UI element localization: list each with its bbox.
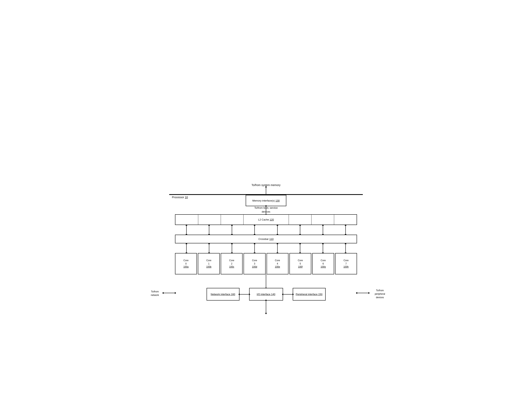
arrow-l2-crossbar-0 xyxy=(186,226,187,234)
processor-label: Processor 10 xyxy=(172,196,188,199)
arrow-crossbar-core-6 xyxy=(323,244,323,253)
arrow-crossbar-core-1 xyxy=(209,244,209,253)
label-peripheral-devices: To/fromperipheraldevices xyxy=(375,289,385,299)
core-box-7: Core7100h xyxy=(335,253,357,274)
arrow-l2-crossbar-4 xyxy=(277,226,278,234)
arrow-l2-crossbar-7 xyxy=(345,226,346,234)
arrow-periph-right xyxy=(357,293,369,293)
arrow-l2-crossbar-6 xyxy=(323,226,323,234)
core-box-6: Core6100g xyxy=(312,253,334,274)
arrow-l2-crossbar-2 xyxy=(232,226,232,234)
arrow-crossbar-core-2 xyxy=(232,244,232,253)
core-box-3: Core3100d xyxy=(244,253,266,274)
diagram-outer-wrapper: To/from system memory Processor 10 Memor… xyxy=(169,183,363,215)
arrow-l2-crossbar-5 xyxy=(300,226,300,234)
arrows-l2-crossbar xyxy=(175,225,357,235)
arrow-crossbar-core-5 xyxy=(300,244,300,253)
arrow-l2-crossbar-1 xyxy=(209,226,209,234)
io-interface-box: I/O interface 140 xyxy=(249,288,283,300)
label-network: To/fromnetwork xyxy=(151,290,159,297)
cores-row: Core0100a Core1100b Core2100c Core3100d … xyxy=(175,253,357,274)
arrow-io-periph xyxy=(283,294,293,294)
core-box-1: Core1100b xyxy=(198,253,220,274)
arrow-top-memory xyxy=(266,187,266,195)
arrow-crossbar-core-7 xyxy=(345,244,346,253)
arrow-network-left xyxy=(163,293,175,293)
core-box-4: Core4100e xyxy=(266,253,288,274)
arrow-io-boot xyxy=(266,300,266,313)
network-interface-box: Network interface 160 xyxy=(207,288,240,300)
core-box-0: Core0100a xyxy=(175,253,197,274)
arrow-crossbar-core-4 xyxy=(277,244,278,253)
peripheral-interface-box: Peripheral interface 150 xyxy=(293,288,326,300)
memory-interface-box: Memory interface(s) 130 xyxy=(246,195,286,206)
arrow-crossbar-core-0 xyxy=(186,244,187,253)
crossbar-box: Crossbar 110 xyxy=(175,235,357,243)
arrow-l2-crossbar-3 xyxy=(254,226,255,234)
core-box-5: Core5100f xyxy=(289,253,311,274)
arrow-core-io xyxy=(266,274,266,288)
arrow-crossbar-core-3 xyxy=(254,244,255,253)
l2-cache-box: L2 Cache 120 xyxy=(175,214,357,225)
label-boot: To/from boot, servicedevices xyxy=(254,206,278,214)
io-row: Network interface 160 I/O interface 140 … xyxy=(175,288,357,300)
core-box-2: Core2100c xyxy=(221,253,243,274)
arrow-net-io xyxy=(240,294,249,294)
arrows-crossbar-cores xyxy=(175,243,357,253)
